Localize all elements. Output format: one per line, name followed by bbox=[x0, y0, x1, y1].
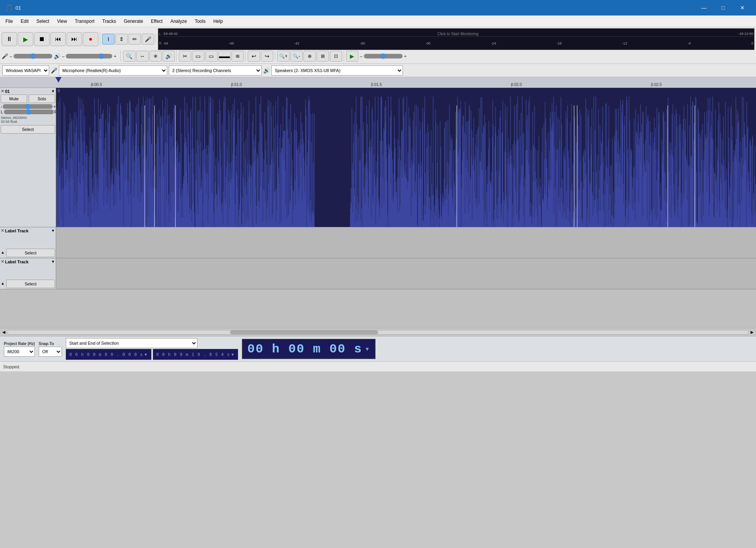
project-rate-section: Project Rate (Hz) 88200 bbox=[4, 342, 35, 357]
maximize-button[interactable]: □ bbox=[714, 2, 732, 14]
speaker-icon-left: 🔊 bbox=[54, 53, 60, 59]
menu-analyze[interactable]: Analyze bbox=[166, 17, 191, 26]
paste-button[interactable]: ▭ bbox=[205, 51, 218, 62]
main-content: ✕ 01 ▼ Mute Solo - + L R Stereo, 88200Hz… bbox=[0, 88, 756, 328]
label-track-1-arrow-up[interactable]: ▲ bbox=[1, 250, 5, 254]
timeshift-button[interactable]: ↔ bbox=[136, 51, 149, 62]
project-rate-label: Project Rate (Hz) bbox=[4, 342, 35, 346]
play-pos-label: – bbox=[360, 54, 362, 58]
label-track-1-name: Label Track bbox=[5, 228, 50, 233]
zoom-out2-button[interactable]: 🔍- bbox=[290, 51, 303, 62]
envelope-tool-button[interactable]: ⇕ bbox=[115, 34, 128, 45]
noise-button[interactable]: ≋ bbox=[231, 51, 244, 62]
select-tools-section: I ⇕ ✏ 🎤 bbox=[102, 34, 156, 45]
snap-to-section: Snap-To Off bbox=[39, 342, 62, 357]
record-button[interactable]: ● bbox=[83, 32, 98, 46]
label-track-1: ✕ Label Track ▼ ▲ Select bbox=[0, 227, 756, 258]
window-controls: — □ ✕ bbox=[695, 2, 751, 14]
audio-track-select-button[interactable]: Select bbox=[1, 125, 55, 134]
pan-slider[interactable] bbox=[4, 110, 54, 114]
label-track-2-name: Label Track bbox=[5, 259, 50, 264]
minimize-button[interactable]: — bbox=[695, 2, 713, 14]
audio-track-waveform[interactable]: 0 -60 0 -60 bbox=[56, 88, 756, 227]
selection-end-input[interactable]: 0 0 h 0 9 m 1 0 . 8 5 4 s ▼ bbox=[153, 349, 238, 360]
microphone-select[interactable]: Microphone (Realtek(R) Audio) bbox=[59, 65, 167, 76]
mic-tool-button[interactable]: 🎤 bbox=[142, 34, 154, 45]
speaker-select[interactable]: Speakers (2- XMOS XS1-U8 MFA) bbox=[271, 65, 403, 76]
play-speed-slider[interactable] bbox=[364, 54, 403, 58]
zoom-in-button[interactable]: 🔍 bbox=[123, 51, 135, 62]
menu-edit[interactable]: Edit bbox=[17, 17, 33, 26]
label-track-1-select-button[interactable]: Select bbox=[6, 249, 55, 257]
menu-generate[interactable]: Generate bbox=[120, 17, 147, 26]
skip-end-button[interactable]: ⏭ bbox=[67, 32, 82, 46]
redo-button[interactable]: ↪ bbox=[261, 51, 273, 62]
label-track-1-dropdown[interactable]: ▼ bbox=[51, 228, 55, 233]
pause-button[interactable]: ⏸ bbox=[2, 32, 17, 46]
speaker-tool-button[interactable]: 🔊 bbox=[163, 51, 175, 62]
big-time-dropdown[interactable]: ▼ bbox=[365, 346, 370, 352]
solo-button[interactable]: Solo bbox=[29, 94, 55, 103]
bottom-toolbar: Project Rate (Hz) 88200 Snap-To Off Star… bbox=[0, 336, 756, 361]
label-track-2-controls: ✕ Label Track ▼ ▲ Select bbox=[0, 258, 56, 289]
vol-min-label: – bbox=[10, 54, 12, 58]
multitool-button[interactable]: ✳ bbox=[149, 51, 162, 62]
menu-transport[interactable]: Transport bbox=[71, 17, 98, 26]
play-at-cursor-button[interactable]: ▶ bbox=[346, 51, 358, 62]
scrollbar-track[interactable] bbox=[7, 330, 749, 335]
copy-button[interactable]: ▭ bbox=[192, 51, 204, 62]
mic-icon: 🎤 bbox=[2, 53, 8, 59]
audio-track-close[interactable]: ✕ bbox=[1, 89, 4, 94]
zoom-fit-button[interactable]: ⊞ bbox=[317, 51, 329, 62]
gain-slider[interactable] bbox=[3, 104, 53, 109]
selection-type-select[interactable]: Start and End of Selection Start and Len… bbox=[66, 338, 197, 348]
transport-section: ⏸ ▶ ⏹ ⏮ ⏭ ● bbox=[2, 32, 100, 46]
label-track-2-select-button[interactable]: Select bbox=[6, 280, 55, 288]
label-track-1-close[interactable]: ✕ bbox=[1, 228, 4, 233]
label-track-2-close[interactable]: ✕ bbox=[1, 259, 4, 264]
menu-view[interactable]: View bbox=[53, 17, 71, 26]
skip-start-button[interactable]: ⏮ bbox=[50, 32, 66, 46]
zoom-sel-button[interactable]: ⊕ bbox=[303, 51, 316, 62]
menu-effect[interactable]: Effect bbox=[147, 17, 166, 26]
timeline-mark-4: 6:02.0 bbox=[511, 82, 522, 87]
cut-button[interactable]: ✂ bbox=[179, 51, 191, 62]
project-rate-select[interactable]: 88200 bbox=[4, 347, 35, 357]
selection-start-input[interactable]: 0 0 h 0 0 m 0 0 . 0 0 0 s ▼ bbox=[66, 349, 151, 360]
scroll-left-arrow[interactable]: ◀ bbox=[1, 330, 7, 334]
label-track-1-waveform bbox=[56, 227, 756, 258]
mute-button[interactable]: Mute bbox=[1, 94, 27, 103]
zoom-full-button[interactable]: ⊡ bbox=[330, 51, 342, 62]
label-track-2-waveform bbox=[56, 258, 756, 289]
label-track-2-dropdown[interactable]: ▼ bbox=[51, 259, 55, 264]
audio-track-name: 01 bbox=[5, 89, 50, 94]
menu-help[interactable]: Help bbox=[209, 17, 227, 26]
scrollbar-thumb[interactable] bbox=[230, 330, 378, 334]
menu-select[interactable]: Select bbox=[33, 17, 53, 26]
selection-section: Start and End of Selection Start and Len… bbox=[66, 338, 238, 360]
host-select[interactable]: Windows WASAPI bbox=[2, 65, 49, 76]
menu-tracks[interactable]: Tracks bbox=[98, 17, 120, 26]
timeline-mark-1: 6:00.5 bbox=[91, 82, 102, 87]
snap-to-select[interactable]: Off bbox=[39, 347, 62, 357]
play-button[interactable]: ▶ bbox=[18, 32, 33, 46]
play-pos-max: + bbox=[404, 54, 406, 58]
menu-tools[interactable]: Tools bbox=[191, 17, 209, 26]
scroll-right-arrow[interactable]: ▶ bbox=[749, 330, 755, 334]
input-volume-slider[interactable] bbox=[14, 54, 52, 58]
silence-button[interactable]: ▬▬ bbox=[218, 51, 231, 62]
output-volume-slider[interactable] bbox=[66, 54, 112, 58]
label-track-2-arrow-up[interactable]: ▲ bbox=[1, 281, 5, 285]
menu-file[interactable]: File bbox=[2, 17, 17, 26]
horizontal-scrollbar-area: ◀ ▶ bbox=[0, 328, 756, 336]
undo-button[interactable]: ↩ bbox=[248, 51, 260, 62]
stop-button[interactable]: ⏹ bbox=[34, 32, 50, 46]
zoom-in2-button[interactable]: 🔍+ bbox=[277, 51, 290, 62]
channels-select[interactable]: 2 (Stereo) Recording Channels bbox=[169, 65, 262, 76]
close-button[interactable]: ✕ bbox=[734, 2, 751, 14]
vu-start-monitoring[interactable]: Click to Start Monitoring bbox=[178, 32, 738, 36]
menu-bar: File Edit Select View Transport Tracks G… bbox=[0, 15, 756, 27]
selection-tool-button[interactable]: I bbox=[102, 34, 115, 45]
audio-track-dropdown[interactable]: ▼ bbox=[51, 89, 55, 93]
draw-tool-button[interactable]: ✏ bbox=[129, 34, 141, 45]
